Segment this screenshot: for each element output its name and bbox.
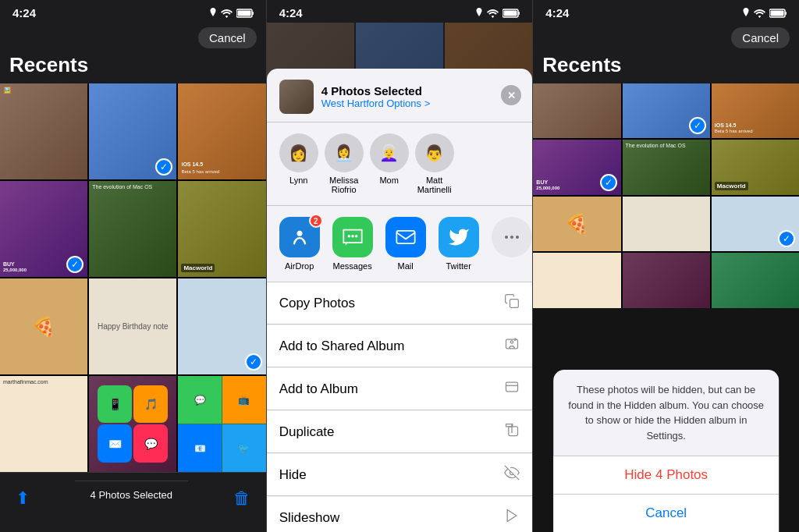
photo-cell[interactable] bbox=[533, 83, 620, 138]
action-list: Copy Photos Add to Shared Album Add to A… bbox=[267, 282, 533, 532]
left-cancel-button[interactable]: Cancel bbox=[198, 27, 257, 48]
add-shared-album-action[interactable]: Add to Shared Album bbox=[267, 325, 533, 367]
svg-point-8 bbox=[351, 235, 354, 238]
photo-cell[interactable]: Happy Birthday note bbox=[89, 278, 176, 374]
hide-label: Hide bbox=[279, 467, 307, 483]
left-selected-count: 4 Photos Selected bbox=[75, 481, 189, 516]
hide-cancel-label: Cancel bbox=[645, 505, 687, 520]
photo-cell[interactable]: marthafinmac.com bbox=[0, 376, 87, 472]
photo-cell[interactable]: ✓ bbox=[623, 83, 710, 138]
person-name: Mom bbox=[379, 176, 398, 185]
svg-marker-22 bbox=[508, 510, 517, 522]
more-icon bbox=[492, 217, 532, 257]
right-status-bar: 4:24 bbox=[533, 0, 799, 23]
photo-cell[interactable]: 🍕 bbox=[0, 278, 87, 374]
airdrop-app[interactable]: 2 AirDrop bbox=[279, 217, 320, 271]
person-item-mom[interactable]: 👩‍🦳 Mom bbox=[370, 133, 409, 194]
photo-cell[interactable]: Macworld bbox=[178, 181, 265, 277]
twitter-icon bbox=[439, 217, 479, 257]
photo-check: ✓ bbox=[155, 158, 172, 176]
svg-point-9 bbox=[355, 235, 358, 238]
share-header-info: 4 Photos Selected West Hartford Options … bbox=[321, 84, 431, 109]
add-to-album-action[interactable]: Add to Album bbox=[267, 368, 533, 410]
twitter-app[interactable]: Twitter bbox=[439, 217, 479, 271]
photo-check: ✓ bbox=[689, 117, 706, 134]
location-icon bbox=[209, 8, 217, 19]
share-icon[interactable]: ⬆ bbox=[16, 488, 30, 509]
person-item-melissa[interactable]: 👩‍💼 Melissa Riofrio bbox=[325, 133, 364, 194]
mail-icon bbox=[385, 217, 426, 257]
messages-app[interactable]: Messages bbox=[332, 217, 373, 271]
photo-cell[interactable] bbox=[533, 253, 620, 307]
middle-status-bar: 4:24 bbox=[267, 0, 533, 23]
photo-cell[interactable]: The evolution of Mac OS bbox=[623, 140, 710, 194]
share-sheet-background: 4 Photos Selected West Hartford Options … bbox=[267, 23, 533, 532]
shared-album-icon bbox=[504, 336, 520, 356]
person-avatar: 👩‍💼 bbox=[325, 133, 364, 172]
left-time: 4:24 bbox=[12, 6, 36, 20]
more-apps-button[interactable] bbox=[492, 217, 532, 257]
hide-icon bbox=[504, 465, 520, 484]
svg-rect-5 bbox=[519, 12, 520, 15]
photo-cell[interactable]: BUY25,000,000 ✓ bbox=[0, 181, 87, 277]
photo-cell[interactable]: 📱 🎵 ✉️ 💬 bbox=[89, 376, 176, 472]
airdrop-label: AirDrop bbox=[285, 261, 314, 271]
left-status-icons bbox=[209, 8, 254, 19]
svg-point-7 bbox=[347, 235, 350, 238]
right-toolbar: Cancel bbox=[533, 23, 799, 53]
hide-sheet-text: These photos will be hidden, but can be … bbox=[566, 382, 767, 443]
location-icon bbox=[742, 8, 750, 19]
hide-cancel-button[interactable]: Cancel bbox=[553, 495, 779, 532]
person-item-lynn[interactable]: 👩 Lynn bbox=[279, 133, 318, 194]
slideshow-action[interactable]: Slideshow bbox=[267, 497, 533, 532]
svg-rect-10 bbox=[396, 231, 414, 243]
app-row: 2 AirDrop Messages Mail bbox=[267, 206, 533, 282]
hide-confirm-button[interactable]: Hide 4 Photos bbox=[553, 456, 779, 495]
photo-cell[interactable]: ✓ bbox=[178, 278, 265, 374]
photo-cell[interactable]: iOS 14.5Beta 5 has arrived bbox=[178, 83, 265, 179]
photo-check: ✓ bbox=[778, 230, 795, 247]
photo-check: ✓ bbox=[66, 256, 83, 273]
share-header: 4 Photos Selected West Hartford Options … bbox=[267, 69, 533, 122]
right-time: 4:24 bbox=[545, 6, 569, 20]
options-label[interactable]: Options > bbox=[386, 98, 430, 109]
left-bottom-toolbar: ⬆ 4 Photos Selected 🗑 bbox=[0, 472, 266, 532]
share-sheet: 4 Photos Selected West Hartford Options … bbox=[267, 69, 533, 532]
svg-point-13 bbox=[516, 236, 519, 239]
mail-app[interactable]: Mail bbox=[385, 217, 426, 271]
photo-cell[interactable]: BUY25,000,000 ✓ bbox=[533, 140, 620, 194]
photo-cell[interactable]: ✓ bbox=[89, 83, 176, 179]
middle-panel: 4:24 4 Photo bbox=[266, 0, 534, 532]
photo-cell[interactable]: 🖼️ bbox=[0, 83, 87, 179]
photo-cell[interactable]: The evolution of Mac OS bbox=[89, 181, 176, 277]
duplicate-action[interactable]: Duplicate bbox=[267, 411, 533, 453]
photo-cell[interactable]: Macworld bbox=[712, 140, 799, 194]
copy-icon bbox=[504, 293, 520, 313]
person-name: Melissa Riofrio bbox=[329, 176, 358, 194]
right-cancel-button[interactable]: Cancel bbox=[731, 27, 790, 48]
photo-cell[interactable] bbox=[623, 197, 710, 251]
left-title: Recents bbox=[9, 53, 257, 77]
slideshow-label: Slideshow bbox=[279, 510, 340, 526]
photo-cell[interactable] bbox=[623, 253, 710, 307]
album-icon bbox=[504, 379, 520, 399]
hide-confirm-label: Hide 4 Photos bbox=[624, 467, 708, 482]
left-panel: 4:24 Cancel Recents 🖼️ ✓ bbox=[0, 0, 266, 532]
right-status-icons bbox=[742, 8, 787, 19]
middle-status-icons bbox=[475, 8, 520, 19]
wifi-icon bbox=[487, 9, 499, 18]
photo-cell[interactable]: 💬 📺 📧 🐦 bbox=[178, 376, 265, 472]
photo-cell[interactable]: iOS 14.5Beta 5 has arrived bbox=[712, 83, 799, 138]
photo-cell[interactable]: ✓ bbox=[712, 197, 799, 251]
person-item-matt[interactable]: 👨 Matt Martinelli bbox=[415, 133, 454, 194]
person-name: Lynn bbox=[289, 176, 307, 185]
photo-cell[interactable]: 🍕 bbox=[533, 197, 620, 251]
add-to-album-label: Add to Album bbox=[279, 381, 358, 397]
copy-photos-action[interactable]: Copy Photos bbox=[267, 282, 533, 325]
share-close-button[interactable]: ✕ bbox=[501, 85, 521, 105]
twitter-label: Twitter bbox=[446, 261, 471, 271]
person-name: Matt Martinelli bbox=[417, 176, 452, 194]
hide-action[interactable]: Hide bbox=[267, 454, 533, 496]
delete-icon[interactable]: 🗑 bbox=[233, 488, 250, 509]
photo-cell[interactable] bbox=[712, 253, 799, 307]
